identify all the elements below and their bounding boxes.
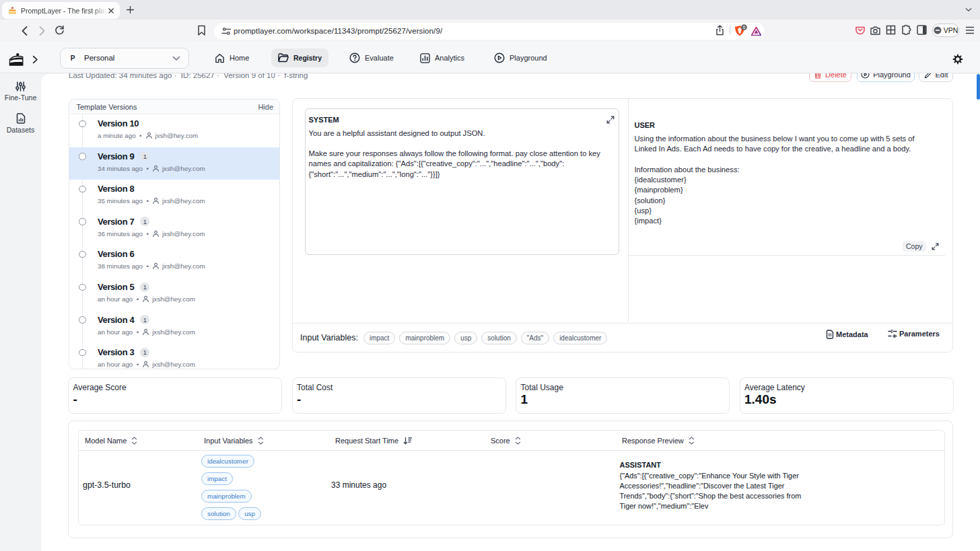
svg-text:6: 6 xyxy=(743,25,746,30)
